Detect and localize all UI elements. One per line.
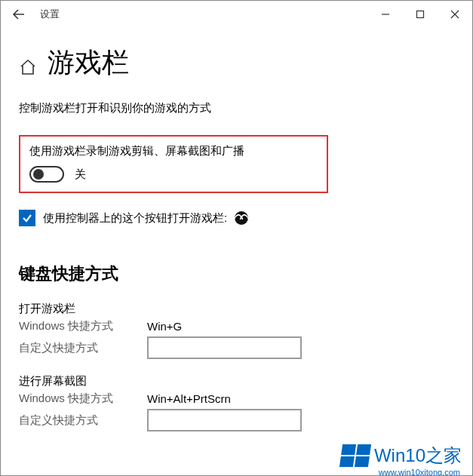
- svg-rect-0: [417, 11, 424, 18]
- controller-checkbox-label: 使用控制器上的这个按钮打开游戏栏:: [43, 211, 227, 226]
- shortcut-custom-row: 自定义快捷方式: [19, 409, 454, 431]
- shortcut-windows-row: Windows 快捷方式 Win+G: [19, 319, 454, 333]
- page-title: 游戏栏: [48, 45, 129, 81]
- shortcut-windows-row: Windows 快捷方式 Win+Alt+PrtScrn: [19, 392, 454, 406]
- back-arrow-icon: [12, 8, 26, 21]
- maximize-button[interactable]: [403, 1, 438, 28]
- gamebar-toggle-label: 使用游戏栏录制游戏剪辑、屏幕截图和广播: [29, 144, 318, 158]
- shortcut-custom-input[interactable]: [147, 409, 302, 431]
- gamebar-toggle-state: 关: [75, 167, 86, 182]
- back-button[interactable]: [1, 1, 37, 28]
- watermark: Win10之家: [341, 444, 462, 468]
- close-button[interactable]: [438, 1, 472, 28]
- minimize-button[interactable]: [368, 1, 403, 28]
- shortcuts-heading: 键盘快捷方式: [19, 263, 454, 285]
- page-description: 控制游戏栏打开和识别你的游戏的方式: [19, 101, 454, 115]
- window-controls: [368, 1, 472, 28]
- watermark-url: www.win10xitong.com: [379, 468, 460, 476]
- home-icon[interactable]: [19, 58, 37, 76]
- controller-checkbox[interactable]: [19, 210, 35, 226]
- watermark-brand: Win10: [374, 445, 425, 466]
- shortcut-windows-value: Win+Alt+PrtScrn: [147, 392, 231, 405]
- minimize-icon: [381, 10, 390, 19]
- shortcut-custom-label: 自定义快捷方式: [19, 413, 147, 428]
- controller-checkbox-row: 使用控制器上的这个按钮打开游戏栏:: [19, 210, 454, 226]
- shortcut-custom-label: 自定义快捷方式: [19, 341, 147, 355]
- xbox-icon: [235, 211, 248, 225]
- titlebar: 设置: [1, 1, 472, 28]
- watermark-suffix: 之家: [425, 444, 462, 468]
- maximize-icon: [416, 10, 425, 19]
- highlight-box: 使用游戏栏录制游戏剪辑、屏幕截图和广播 关: [19, 135, 328, 193]
- shortcut-windows-value: Win+G: [147, 320, 182, 333]
- gamebar-toggle[interactable]: [29, 166, 64, 183]
- shortcut-custom-input[interactable]: [147, 336, 302, 359]
- shortcut-custom-row: 自定义快捷方式: [19, 336, 454, 359]
- shortcut-group-title: 进行屏幕截图: [19, 374, 454, 388]
- shortcut-windows-label: Windows 快捷方式: [19, 392, 147, 406]
- page-header: 游戏栏: [19, 45, 454, 81]
- window-title: 设置: [37, 8, 60, 21]
- checkmark-icon: [21, 212, 33, 224]
- windows-logo-icon: [339, 444, 371, 467]
- close-icon: [450, 10, 459, 19]
- shortcut-windows-label: Windows 快捷方式: [19, 319, 147, 333]
- content-area: 游戏栏 控制游戏栏打开和识别你的游戏的方式 使用游戏栏录制游戏剪辑、屏幕截图和广…: [1, 28, 472, 431]
- gamebar-toggle-row: 关: [29, 166, 318, 183]
- shortcut-group-title: 打开游戏栏: [19, 302, 454, 316]
